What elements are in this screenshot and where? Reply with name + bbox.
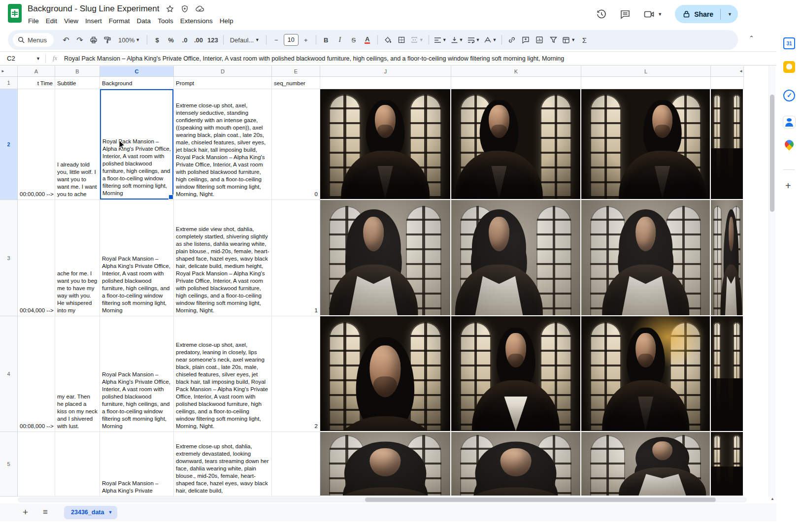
cell-b2[interactable]: I already told you, little wolf. I want … bbox=[55, 89, 100, 200]
decrease-font-size-button[interactable]: − bbox=[270, 33, 283, 46]
insert-link-button[interactable] bbox=[505, 33, 518, 46]
bold-button[interactable]: B bbox=[320, 33, 333, 46]
generated-image-cell-m2[interactable] bbox=[711, 89, 744, 200]
cell-d3[interactable]: Extreme side view shot, dahlia, complete… bbox=[174, 200, 272, 316]
text-color-button[interactable]: A bbox=[361, 33, 374, 46]
merge-cells-button[interactable]: ▼ bbox=[409, 33, 425, 46]
paint-format-button[interactable] bbox=[101, 33, 114, 46]
sheet-tab-caret-icon[interactable]: ▼ bbox=[108, 510, 112, 515]
camera-caret-icon[interactable]: ▼ bbox=[658, 12, 662, 17]
menu-data[interactable]: Data bbox=[134, 16, 155, 26]
menu-help[interactable]: Help bbox=[216, 16, 237, 26]
menu-file[interactable]: File bbox=[25, 16, 42, 26]
font-select[interactable]: Defaul...▼ bbox=[227, 33, 263, 46]
text-rotation-button[interactable]: ▼ bbox=[482, 33, 498, 46]
generated-image-cell-k2[interactable] bbox=[451, 89, 581, 200]
add-addon-button[interactable]: + bbox=[785, 180, 791, 192]
cell-k1[interactable] bbox=[451, 77, 581, 89]
generated-image-cell-j2[interactable] bbox=[320, 89, 451, 200]
menus-search-button[interactable]: Menus bbox=[13, 33, 54, 47]
format-currency-button[interactable]: $ bbox=[151, 33, 164, 46]
zoom-select[interactable]: 100%▼ bbox=[115, 33, 143, 46]
row-header-2[interactable]: 2 bbox=[0, 89, 18, 200]
generated-image-cell-l3[interactable] bbox=[581, 200, 711, 316]
hidden-columns-right-icon[interactable]: ► bbox=[1, 69, 5, 73]
cell-e1[interactable]: seq_number bbox=[272, 77, 320, 89]
horizontal-scrollbar[interactable] bbox=[18, 497, 747, 502]
cell-e5[interactable] bbox=[272, 432, 320, 497]
cell-d5[interactable]: Extreme close-up shot, dahlia, extremely… bbox=[174, 432, 272, 497]
cell-b1[interactable]: Subtitle bbox=[55, 77, 100, 89]
generated-image-cell-k5[interactable] bbox=[451, 432, 581, 497]
column-header-k[interactable]: K bbox=[451, 66, 581, 77]
insert-comment-button[interactable] bbox=[519, 33, 532, 46]
namebox-caret-icon[interactable]: ▼ bbox=[36, 56, 40, 61]
shield-move-icon[interactable] bbox=[181, 5, 189, 13]
collapse-toolbar-button[interactable]: ⌃ bbox=[749, 34, 754, 42]
menu-extensions[interactable]: Extensions bbox=[177, 16, 216, 26]
share-caret-icon[interactable]: ▼ bbox=[725, 12, 735, 17]
cell-e4[interactable]: 2 bbox=[272, 316, 320, 432]
borders-button[interactable] bbox=[395, 33, 408, 46]
hidden-columns-left-icon[interactable]: ◄ bbox=[739, 69, 743, 73]
cell-d2[interactable]: Extreme close-up shot, axel, intensely s… bbox=[174, 89, 272, 200]
row-header-3[interactable]: 3 bbox=[0, 200, 18, 316]
horizontal-align-button[interactable]: ▼ bbox=[433, 33, 448, 46]
cell-m1[interactable] bbox=[711, 77, 744, 89]
generated-image-cell-j4[interactable] bbox=[320, 316, 451, 432]
column-header-l[interactable]: L bbox=[581, 66, 711, 77]
italic-button[interactable]: I bbox=[334, 33, 346, 46]
cell-b3[interactable]: ache for me. I want you to beg me to hav… bbox=[55, 200, 100, 316]
cell-a2[interactable]: 00:00,000 --> bbox=[18, 89, 55, 200]
functions-button[interactable]: Σ bbox=[578, 33, 591, 46]
generated-image-cell-l2[interactable] bbox=[581, 89, 711, 200]
strikethrough-button[interactable]: S bbox=[347, 33, 360, 46]
generated-image-cell-j5[interactable] bbox=[320, 432, 451, 497]
share-button[interactable]: Share ▼ bbox=[675, 5, 738, 23]
horizontal-scrollbar-thumb[interactable] bbox=[365, 498, 716, 502]
tasks-icon[interactable] bbox=[783, 90, 795, 101]
menu-view[interactable]: View bbox=[61, 16, 82, 26]
generated-image-cell-k4[interactable] bbox=[451, 316, 581, 432]
generated-image-cell-m3[interactable] bbox=[711, 200, 744, 316]
cell-c3[interactable]: Royal Pack Mansion – Alpha King's Privat… bbox=[100, 200, 174, 316]
sheets-logo-icon[interactable] bbox=[8, 4, 22, 23]
contacts-icon[interactable] bbox=[783, 116, 795, 128]
row-header-5[interactable]: 5 bbox=[0, 432, 18, 497]
generated-image-cell-m5[interactable] bbox=[711, 432, 744, 497]
undo-button[interactable]: ↶ bbox=[60, 33, 72, 46]
document-title[interactable]: Background - Slug Line Experiment bbox=[28, 4, 159, 14]
column-header-c[interactable]: C bbox=[100, 66, 174, 77]
print-button[interactable] bbox=[87, 33, 100, 46]
insert-chart-button[interactable] bbox=[533, 33, 546, 46]
vertical-align-button[interactable]: ▼ bbox=[449, 33, 465, 46]
cell-b4[interactable]: my ear. Then he placed a kiss on my neck… bbox=[55, 316, 100, 432]
name-box[interactable]: C2 ▼ bbox=[0, 55, 45, 62]
formula-input[interactable]: Royal Pack Mansion – Alpha King's Privat… bbox=[64, 55, 719, 62]
increase-font-size-button[interactable]: + bbox=[300, 33, 312, 46]
text-wrap-button[interactable]: ▼ bbox=[466, 33, 482, 46]
format-percent-button[interactable]: % bbox=[165, 33, 177, 46]
decrease-decimal-button[interactable]: .0 bbox=[178, 33, 191, 46]
row-header-1[interactable]: 1 bbox=[0, 77, 18, 89]
generated-image-cell-j3[interactable] bbox=[320, 200, 451, 316]
cell-a1[interactable]: t Time bbox=[18, 77, 55, 89]
cell-a5[interactable] bbox=[18, 432, 55, 497]
column-header-j[interactable]: J ► bbox=[320, 66, 451, 77]
font-size-input[interactable]: 10 bbox=[284, 34, 299, 46]
column-header-a[interactable]: A bbox=[18, 66, 55, 77]
more-formats-button[interactable]: 123 bbox=[206, 33, 220, 46]
comments-icon[interactable] bbox=[620, 9, 631, 20]
cell-a4[interactable]: 00:08,000 --> bbox=[18, 316, 55, 432]
row-header-4[interactable]: 4 bbox=[0, 316, 18, 432]
cloud-saved-icon[interactable] bbox=[196, 5, 204, 13]
cell-c2-selected[interactable]: Royal Pack Mansion – Alpha King's Privat… bbox=[100, 89, 174, 200]
generated-image-cell-l5[interactable] bbox=[581, 432, 711, 497]
calendar-icon[interactable]: 31 bbox=[783, 37, 795, 49]
star-icon[interactable] bbox=[166, 5, 174, 13]
sheet-tab-active[interactable]: 23436_data ▼ bbox=[64, 506, 117, 519]
cell-e3[interactable]: 1 bbox=[272, 200, 320, 316]
meet-camera-icon[interactable]: ▼ bbox=[643, 9, 662, 20]
all-sheets-button[interactable]: ≡ bbox=[43, 507, 47, 517]
vertical-scrollbar[interactable] bbox=[769, 66, 775, 497]
